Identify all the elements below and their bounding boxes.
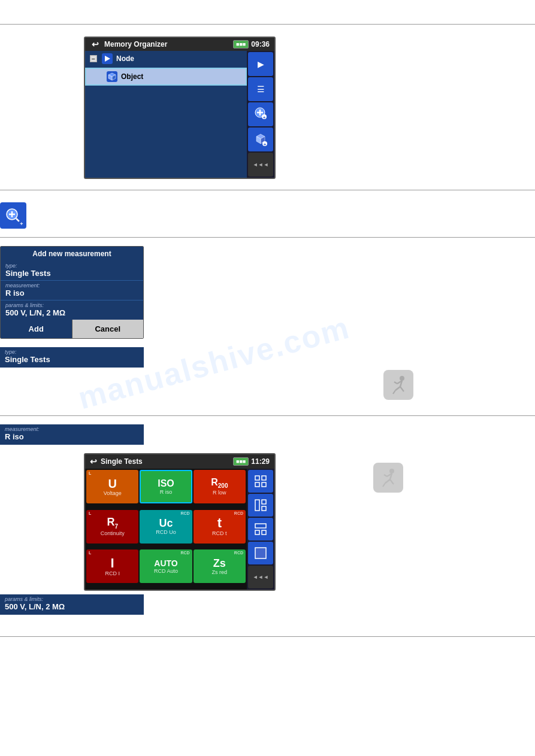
tile-continuity[interactable]: L R7 Continuity — [86, 510, 138, 544]
object-cube-icon — [107, 71, 117, 82]
svg-rect-27 — [255, 476, 259, 480]
svg-rect-37 — [255, 548, 266, 558]
st-back-icon[interactable]: ↩ — [90, 457, 97, 466]
rlow-sub: R low — [213, 490, 226, 496]
full-button[interactable] — [248, 542, 273, 564]
add-object-button[interactable]: + — [248, 127, 273, 151]
rcd-uo-sub: RCD Uo — [156, 529, 176, 535]
cancel-button[interactable]: Cancel — [72, 320, 144, 338]
tile-rcd-t[interactable]: RCD t RCD t — [194, 510, 246, 544]
svg-rect-32 — [262, 500, 266, 504]
list-button[interactable]: ☰ — [248, 77, 273, 101]
params-field-value: 500 V, L/N, 2 MΩ — [5, 602, 139, 611]
tile-rcd-auto[interactable]: RCD AUTO RCD Auto — [140, 549, 192, 583]
add-new-measurement-dialog: Add new measurement type: Single Tests m… — [0, 238, 535, 339]
svg-rect-30 — [262, 482, 266, 487]
svg-rect-35 — [255, 530, 259, 535]
back-icon[interactable]: ↩ — [90, 40, 101, 48]
svg-line-44 — [384, 475, 387, 476]
collapse-icon[interactable]: − — [90, 55, 97, 62]
voltage-main: U — [108, 478, 116, 490]
meas-field-label: measurement: — [5, 426, 139, 432]
measurement-label: measurement: — [5, 283, 138, 289]
tile-riso[interactable]: ISO R iso — [140, 470, 192, 503]
rcd-t-rcd-badge: RCD — [234, 511, 243, 515]
single-tests-grid: L U Voltage ISO R iso R200 R low — [85, 469, 247, 590]
svg-rect-34 — [255, 524, 266, 528]
riso-sub: R iso — [160, 489, 173, 495]
zs-main: Zs — [213, 558, 226, 569]
tree-object-row[interactable]: Object — [85, 68, 247, 86]
st-sidebar-buttons: ◄◄◄ — [247, 469, 274, 590]
runner-figure2-icon — [378, 467, 398, 488]
grid4-button[interactable] — [248, 470, 273, 493]
object-label: Object — [121, 72, 143, 81]
runner-circle-top — [383, 370, 413, 400]
tree-node-row[interactable]: − Node — [85, 51, 247, 66]
more-button[interactable]: ◄◄◄ — [248, 153, 273, 177]
split-button[interactable] — [248, 494, 273, 517]
tile-rcd-i[interactable]: L I RCD I — [86, 549, 138, 583]
type-only-section: type: Single Tests — [0, 339, 535, 368]
play-button[interactable]: ▶ — [248, 52, 273, 76]
type-label: type: — [5, 263, 138, 269]
params-label: params & limits: — [5, 302, 138, 308]
svg-line-23 — [393, 390, 395, 394]
half-button[interactable] — [248, 518, 273, 541]
continuity-sub: Continuity — [101, 530, 125, 536]
plus-badge-icon: + — [18, 220, 25, 227]
svg-line-41 — [383, 483, 385, 487]
dialog-measurement-field: measurement: R iso — [1, 281, 143, 300]
screen-header: ↩ Memory Organizer ■■■ 09:36 — [85, 38, 274, 51]
measurement-value: R iso — [5, 289, 138, 297]
continuity-lim-badge: L — [89, 511, 91, 515]
add-obj-icon: + — [254, 133, 267, 146]
svg-rect-33 — [262, 506, 266, 511]
zs-rcd-badge: RCD — [234, 551, 243, 555]
type-value: Single Tests — [5, 269, 138, 278]
screen-title: Memory Organizer — [104, 40, 167, 48]
voltage-lim-badge: L — [89, 471, 91, 475]
type-only-box: type: Single Tests — [0, 347, 144, 368]
measurement-label-section: measurement: R iso — [0, 416, 535, 445]
st-time: 11:29 — [251, 457, 270, 466]
rcd-uo-main: Uc — [159, 518, 173, 529]
dialog-box: Add new measurement type: Single Tests m… — [0, 246, 144, 339]
battery-icon: ■■■ — [233, 40, 249, 48]
dialog-params-field: params & limits: 500 V, L/N, 2 MΩ — [1, 300, 143, 320]
tile-zs-red[interactable]: RCD Zs Zs red — [194, 549, 246, 583]
svg-rect-28 — [262, 476, 266, 480]
half-icon — [255, 523, 267, 535]
runner-icon-top — [383, 370, 413, 400]
svg-rect-36 — [262, 530, 266, 535]
rcd-i-lim-badge: L — [89, 551, 91, 555]
svg-line-26 — [394, 382, 397, 384]
sidebar-buttons: ▶ ☰ + — [247, 51, 274, 178]
rlow-main: R200 — [211, 478, 228, 489]
st-more-button[interactable]: ◄◄◄ — [248, 566, 273, 588]
voltage-sub: Voltage — [104, 490, 122, 496]
add-button[interactable]: Add — [1, 320, 72, 338]
add-measurement-section: + — [0, 190, 535, 229]
zs-sub: Zs red — [212, 569, 228, 575]
rcd-i-main: I — [111, 557, 114, 570]
add-measurement-button[interactable]: + — [248, 102, 273, 126]
tile-rcd-uo[interactable]: RCD Uc RCD Uo — [140, 510, 192, 544]
rcd-t-main: t — [217, 517, 222, 530]
runner-figure-icon — [388, 375, 409, 395]
st-title: Single Tests — [101, 457, 143, 466]
type-only-label: type: — [5, 349, 139, 355]
type-only-value: Single Tests — [5, 355, 139, 364]
node-label: Node — [116, 54, 134, 63]
st-screen-header: ↩ Single Tests ■■■ 11:29 — [85, 454, 274, 469]
tile-rlow[interactable]: R200 R low — [194, 470, 246, 503]
st-battery-icon: ■■■ — [233, 457, 249, 466]
svg-point-20 — [400, 376, 404, 381]
svg-rect-29 — [255, 482, 259, 487]
svg-line-22 — [395, 387, 400, 390]
tile-voltage[interactable]: L U Voltage — [86, 470, 138, 503]
meas-field-value: R iso — [5, 432, 139, 441]
continuity-main: R7 — [107, 517, 118, 530]
params-label-section: params & limits: 500 V, L/N, 2 MΩ — [0, 591, 535, 627]
add-measurement-icon-button[interactable]: + — [0, 202, 26, 229]
